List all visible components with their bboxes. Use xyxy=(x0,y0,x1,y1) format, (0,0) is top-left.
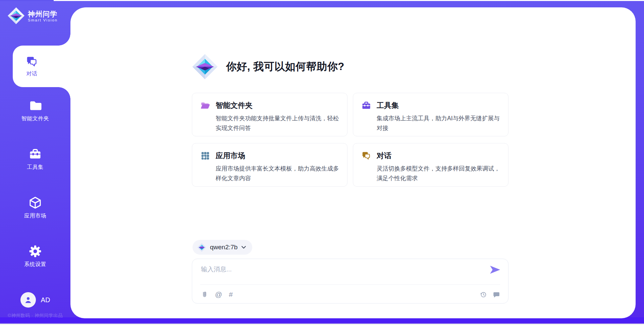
toolbox-icon xyxy=(29,147,42,161)
chat-icon xyxy=(25,55,38,68)
avatar xyxy=(20,292,36,308)
chevron-down-icon xyxy=(241,246,246,249)
brand-subtitle: Smart Vision xyxy=(28,18,58,22)
card-description: 集成市场上主流工具，助力AI与外界无缝扩展与对接 xyxy=(377,114,500,133)
brand-name: 神州问学 xyxy=(28,10,58,18)
mention-icon[interactable]: @ xyxy=(215,291,222,298)
model-selector[interactable]: qwen2:7b xyxy=(193,240,252,255)
model-name: qwen2:7b xyxy=(210,244,237,251)
feedback-icon[interactable] xyxy=(493,291,500,298)
card-app-market[interactable]: 应用市场 应用市场提供丰富长文本模板，助力高效生成多样化文章内容 xyxy=(192,143,347,187)
card-smart-folder[interactable]: 智能文件夹 智能文件夹功能支持批量文件上传与清洗，轻松实现文件问答 xyxy=(192,93,347,136)
composer-toolbar: @ # xyxy=(201,288,500,301)
chat-bubbles-icon xyxy=(361,151,371,161)
card-description: 应用市场提供丰富长文本模板，助力高效生成多样化文章内容 xyxy=(216,164,339,183)
sidebar-item-label: 应用市场 xyxy=(24,212,46,219)
feature-cards: 智能文件夹 智能文件夹功能支持批量文件上传与清洗，轻松实现文件问答 工具集 集成… xyxy=(192,93,508,187)
user-profile[interactable]: AD xyxy=(0,292,70,308)
card-toolset[interactable]: 工具集 集成市场上主流工具，助力AI与外界无缝扩展与对接 xyxy=(353,93,508,136)
send-icon xyxy=(489,265,501,274)
sidebar-item-label: 对话 xyxy=(26,70,38,77)
card-title: 智能文件夹 xyxy=(216,101,253,111)
card-title: 应用市场 xyxy=(216,151,245,161)
gear-icon xyxy=(29,245,42,258)
sidebar-item-smart-folder[interactable]: 智能文件夹 xyxy=(0,99,70,122)
page-title: 你好, 我可以如何帮助你? xyxy=(226,60,344,74)
card-title: 对话 xyxy=(377,151,391,161)
paperclip-icon[interactable] xyxy=(201,291,208,298)
main-content: 你好, 我可以如何帮助你? 智能文件夹 智能文件夹功能支持批量文件上传与清洗，轻… xyxy=(70,7,636,318)
folder-open-icon xyxy=(200,101,210,111)
message-input[interactable] xyxy=(201,265,476,281)
message-composer: @ # xyxy=(192,259,508,304)
diamond-logo-icon xyxy=(7,7,25,24)
sidebar: 神州问学 Smart Vision 对话 智能文件夹 工具集 xyxy=(0,1,70,324)
card-description: 灵活切换多模型文件，支持多样回复效果调试，满足个性化需求 xyxy=(377,164,500,183)
sidebar-item-label: 智能文件夹 xyxy=(21,115,49,122)
sidebar-item-label: 工具集 xyxy=(27,164,44,171)
send-button[interactable] xyxy=(489,265,501,274)
copyright: ©神州数码 · 神州问学出品 xyxy=(0,313,70,319)
sidebar-item-settings[interactable]: 系统设置 xyxy=(0,245,70,268)
cube-icon xyxy=(29,196,42,209)
user-initials: AD xyxy=(41,296,50,304)
hash-icon[interactable]: # xyxy=(229,291,233,298)
card-title: 工具集 xyxy=(377,101,399,111)
sidebar-item-chat[interactable]: 对话 xyxy=(13,46,70,87)
composer-divider xyxy=(200,284,500,285)
folder-icon xyxy=(29,99,42,112)
sidebar-item-toolset[interactable]: 工具集 xyxy=(0,147,70,171)
card-description: 智能文件夹功能支持批量文件上传与清洗，轻松实现文件问答 xyxy=(216,114,339,133)
toolbox-icon xyxy=(361,101,371,111)
brand-logo: 神州问学 Smart Vision xyxy=(7,7,58,24)
window-top-strip xyxy=(54,0,644,1)
card-chat[interactable]: 对话 灵活切换多模型文件，支持多样回复效果调试，满足个性化需求 xyxy=(353,143,508,187)
sidebar-item-label: 系统设置 xyxy=(24,261,46,268)
model-diamond-icon xyxy=(197,243,206,252)
greeting: 你好, 我可以如何帮助你? xyxy=(192,54,344,80)
greeting-logo-icon xyxy=(192,54,218,80)
grid-icon xyxy=(200,151,210,161)
person-icon xyxy=(24,296,33,304)
sidebar-item-app-market[interactable]: 应用市场 xyxy=(0,196,70,219)
history-icon[interactable] xyxy=(480,291,487,298)
